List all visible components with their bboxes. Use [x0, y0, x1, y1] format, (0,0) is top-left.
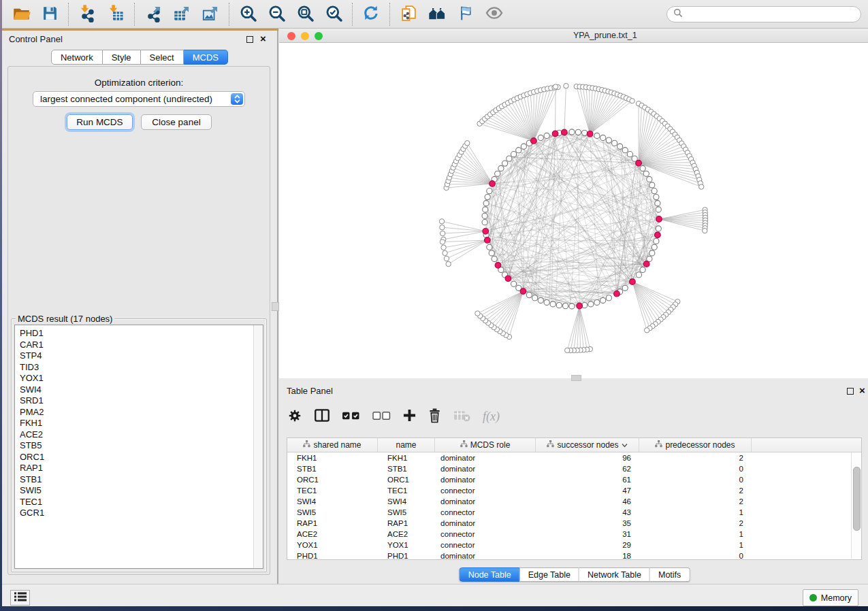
delete-column-button[interactable]: [427, 407, 443, 427]
cell-predecessor-nodes[interactable]: 0: [639, 552, 752, 560]
result-node-item[interactable]: STB5: [20, 440, 263, 452]
cell-MCDS-role[interactable]: dominator: [435, 552, 536, 560]
table-row[interactable]: PHD1PHD1dominator180: [287, 550, 861, 560]
cell-shared-name[interactable]: FKH1: [287, 454, 378, 462]
cell-predecessor-nodes[interactable]: 0: [639, 465, 752, 473]
function-builder-button[interactable]: f(x): [481, 408, 501, 425]
cell-shared-name[interactable]: SWI5: [287, 508, 378, 516]
cell-predecessor-nodes[interactable]: 2: [639, 454, 752, 462]
cell-predecessor-nodes[interactable]: 2: [639, 497, 752, 506]
tab-motifs[interactable]: Motifs: [650, 567, 690, 582]
memory-button[interactable]: Memory: [803, 589, 858, 606]
cell-predecessor-nodes[interactable]: 2: [639, 486, 752, 495]
cell-name[interactable]: SWI4: [378, 497, 435, 506]
cell-MCDS-role[interactable]: connector: [435, 530, 536, 538]
cell-MCDS-role[interactable]: dominator: [435, 519, 536, 527]
result-list-scrollbar[interactable]: [253, 325, 263, 568]
run-mcds-button[interactable]: Run MCDS: [67, 114, 133, 130]
zoom-in-button[interactable]: [236, 3, 260, 26]
cell-shared-name[interactable]: SWI4: [287, 497, 378, 506]
result-node-item[interactable]: TEC1: [20, 497, 263, 508]
close-panel-icon[interactable]: ×: [258, 34, 268, 44]
tab-edge-table[interactable]: Edge Table: [520, 567, 579, 582]
zoom-fit-button[interactable]: [293, 3, 317, 26]
cell-predecessor-nodes[interactable]: 1: [639, 508, 752, 516]
mcds-result-list[interactable]: PHD1CAR1STP4TID3YOX1SWI4SRD1PMA2FKH1ACE2…: [14, 325, 263, 569]
result-node-item[interactable]: TID3: [20, 362, 263, 374]
cell-predecessor-nodes[interactable]: 2: [639, 519, 752, 527]
table-row[interactable]: ACE2ACE2connector311: [287, 529, 861, 540]
cell-MCDS-role[interactable]: connector: [435, 508, 536, 516]
import-network-button[interactable]: [75, 3, 99, 26]
close-window-light[interactable]: [287, 32, 295, 40]
column-header-shared-name[interactable]: shared name: [287, 438, 378, 452]
cell-name[interactable]: YOX1: [378, 541, 435, 549]
tab-network-table[interactable]: Network Table: [579, 567, 650, 582]
cell-predecessor-nodes[interactable]: 1: [639, 541, 752, 549]
result-node-item[interactable]: SWI5: [20, 485, 263, 497]
cell-successor-nodes[interactable]: 62: [536, 465, 639, 473]
minimize-window-light[interactable]: [301, 32, 309, 40]
cell-name[interactable]: FKH1: [378, 454, 435, 462]
cell-MCDS-role[interactable]: dominator: [435, 476, 536, 484]
result-node-item[interactable]: ORC1: [20, 452, 263, 463]
cell-MCDS-role[interactable]: connector: [435, 486, 536, 495]
cell-shared-name[interactable]: ACE2: [287, 530, 378, 538]
table-row[interactable]: RAP1RAP1dominator352: [287, 518, 861, 529]
table-row[interactable]: SWI4SWI4dominator462: [287, 496, 861, 507]
cell-successor-nodes[interactable]: 35: [536, 519, 639, 527]
cell-successor-nodes[interactable]: 18: [536, 552, 639, 560]
result-node-item[interactable]: GCR1: [20, 508, 263, 519]
cell-successor-nodes[interactable]: 47: [536, 486, 639, 495]
table-scrollbar[interactable]: [851, 452, 861, 559]
cell-shared-name[interactable]: YOX1: [287, 541, 378, 549]
show-columns-button[interactable]: [313, 408, 331, 425]
table-row[interactable]: TEC1TEC1connector472: [287, 485, 861, 496]
new-column-button[interactable]: [402, 408, 417, 425]
select-all-button[interactable]: [340, 410, 361, 424]
tab-style[interactable]: Style: [103, 50, 141, 65]
zoom-out-button[interactable]: [264, 3, 289, 26]
close-table-panel-icon[interactable]: ×: [857, 386, 867, 395]
tab-mcds[interactable]: MCDS: [184, 50, 228, 65]
cell-name[interactable]: ORC1: [378, 476, 435, 484]
float-table-panel-icon[interactable]: [845, 386, 855, 396]
tab-network[interactable]: Network: [51, 50, 103, 65]
criterion-dropdown[interactable]: largest connected component (undirected): [33, 91, 245, 107]
cell-name[interactable]: STB1: [378, 465, 435, 473]
cell-MCDS-role[interactable]: dominator: [435, 497, 536, 506]
cell-shared-name[interactable]: STB1: [287, 465, 378, 473]
table-row[interactable]: STB1STB1dominator620: [287, 463, 861, 474]
cell-name[interactable]: TEC1: [378, 486, 435, 495]
show-all-networks-button[interactable]: [425, 3, 449, 26]
table-scrollbar-thumb[interactable]: [853, 467, 861, 531]
table-row[interactable]: ORC1ORC1dominator610: [287, 474, 861, 485]
deselect-all-button[interactable]: [371, 410, 392, 424]
network-canvas[interactable]: [279, 43, 868, 378]
result-node-item[interactable]: PHD1: [20, 328, 263, 340]
result-node-item[interactable]: ACE2: [20, 429, 263, 441]
result-node-item[interactable]: STB1: [20, 474, 263, 486]
result-node-item[interactable]: FKH1: [20, 418, 263, 429]
table-row[interactable]: FKH1FKH1dominator962: [287, 452, 861, 463]
open-file-button[interactable]: [9, 3, 33, 26]
table-mode-button[interactable]: [286, 407, 304, 427]
show-graphics-details-button[interactable]: [453, 3, 478, 26]
result-node-item[interactable]: RAP1: [20, 463, 263, 474]
refresh-layout-button[interactable]: [359, 3, 383, 26]
result-node-item[interactable]: YOX1: [20, 373, 263, 384]
cell-successor-nodes[interactable]: 96: [536, 454, 639, 462]
result-node-item[interactable]: PMA2: [20, 407, 263, 418]
cell-successor-nodes[interactable]: 61: [536, 476, 639, 484]
result-node-item[interactable]: SRD1: [20, 395, 263, 407]
cell-name[interactable]: SWI5: [378, 508, 435, 516]
cell-name[interactable]: ACE2: [378, 530, 435, 538]
table-row[interactable]: YOX1YOX1connector291: [287, 540, 861, 550]
import-table-button[interactable]: [103, 3, 128, 26]
cell-MCDS-role[interactable]: dominator: [435, 454, 536, 462]
export-image-button[interactable]: [198, 3, 223, 26]
horizontal-splitter-handle[interactable]: [571, 375, 581, 381]
column-header-predecessor-nodes[interactable]: predecessor nodes: [639, 438, 752, 452]
cell-successor-nodes[interactable]: 43: [536, 508, 639, 516]
maximize-window-light[interactable]: [315, 32, 323, 40]
